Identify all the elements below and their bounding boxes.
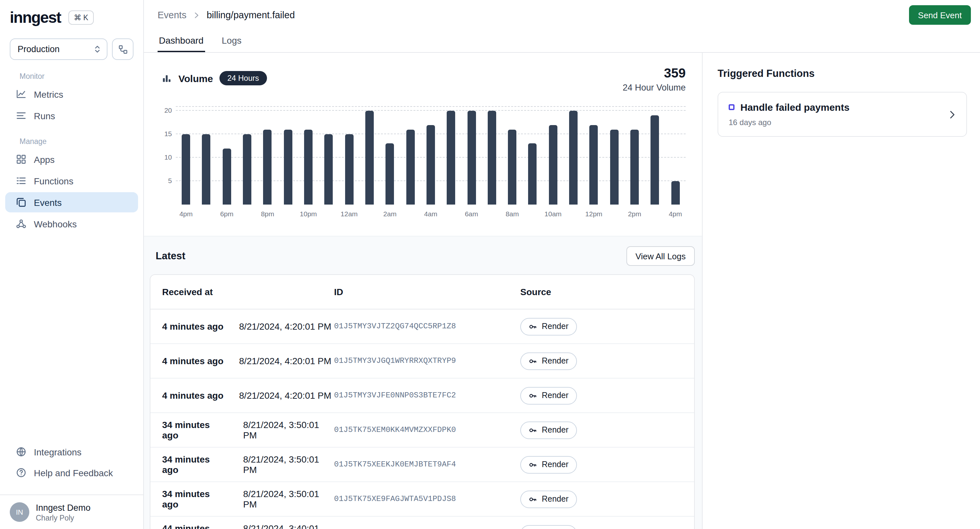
volume-bar: [549, 125, 557, 205]
sidebar-item-webhooks[interactable]: Webhooks: [5, 214, 138, 234]
environment-settings-button[interactable]: [112, 38, 134, 60]
events-table: Received at ID Source 4 minutes ago 8/21…: [150, 274, 695, 529]
bar-slot: [237, 107, 258, 205]
triggered-function-card[interactable]: Handle failed payments 16 days ago: [718, 92, 967, 137]
events-table-header: Received at ID Source: [150, 275, 694, 309]
sidebar: inngest ⌘ K Production Monitor: [0, 0, 144, 529]
volume-bar: [610, 130, 618, 205]
events-table-body: 4 minutes ago 8/21/2024, 4:20:01 PM 01J5…: [150, 309, 694, 529]
table-row[interactable]: 34 minutes ago 8/21/2024, 3:50:01 PM 01J…: [150, 413, 694, 448]
tab-dashboard[interactable]: Dashboard: [158, 30, 205, 52]
bar-slot: [604, 107, 624, 205]
source-badge[interactable]: Render: [520, 387, 577, 404]
volume-bar: [325, 134, 333, 205]
source-cell: Render: [520, 352, 694, 370]
source-label: Render: [542, 391, 568, 400]
events-icon: [16, 197, 27, 208]
table-row[interactable]: 4 minutes ago 8/21/2024, 4:20:01 PM 01J5…: [150, 379, 694, 413]
tabs: Dashboard Logs: [144, 30, 980, 53]
x-axis-label: [523, 210, 543, 218]
received-timestamp: 8/21/2024, 4:20:01 PM: [239, 390, 331, 401]
source-badge[interactable]: Render: [520, 352, 577, 370]
x-axis-label: 2am: [380, 210, 400, 218]
logo-row: inngest ⌘ K: [0, 0, 143, 33]
sidebar-item-runs[interactable]: Runs: [5, 105, 138, 126]
received-cell: 34 minutes ago 8/21/2024, 3:50:01 PM: [150, 419, 334, 440]
received-relative: 34 minutes ago: [162, 489, 228, 510]
sidebar-item-apps[interactable]: Apps: [5, 149, 138, 169]
sidebar-item-label: Apps: [34, 154, 55, 164]
x-axis-label: 10am: [543, 210, 563, 218]
view-all-logs-button[interactable]: View All Logs: [627, 246, 695, 266]
volume-bar: [426, 125, 435, 205]
bar-slot: [482, 107, 502, 205]
command-k-shortcut[interactable]: ⌘ K: [69, 10, 94, 25]
triggered-function-name-row: Handle failed payments: [729, 102, 947, 113]
bar-slot: [584, 107, 604, 205]
table-row[interactable]: 34 minutes ago 8/21/2024, 3:50:01 PM 01J…: [150, 482, 694, 516]
sidebar-item-label: Webhooks: [34, 218, 77, 229]
breadcrumb-events-link[interactable]: Events: [158, 10, 186, 20]
y-axis: 5101520: [161, 107, 176, 205]
x-axis-label: 8am: [502, 210, 523, 218]
sidebar-item-events[interactable]: Events: [5, 192, 138, 212]
bar-slot: [380, 107, 400, 205]
y-axis-label: 20: [164, 106, 172, 114]
user-info: Inngest Demo Charly Poly: [36, 503, 91, 521]
source-label: Render: [542, 494, 568, 504]
key-icon: [529, 460, 537, 469]
source-badge[interactable]: Render: [520, 490, 577, 508]
x-axis-label: [604, 210, 624, 218]
sidebar-footer: Integrations Help and Feedback: [0, 441, 143, 489]
received-timestamp: 8/21/2024, 3:50:01 PM: [243, 419, 334, 440]
volume-bar: [508, 130, 516, 205]
x-axis: 4pm6pm8pm10pm12am2am4am6am8am10am12pm2pm…: [176, 210, 686, 218]
content: Events billing/payment.failed Send Event…: [144, 0, 980, 529]
received-timestamp: 8/21/2024, 3:50:01 PM: [243, 489, 334, 510]
received-timestamp: 8/21/2024, 3:50:01 PM: [243, 454, 334, 475]
table-row[interactable]: 44 minutes ago 8/21/2024, 3:40:01 PM 01J…: [150, 516, 694, 529]
triggered-function-name: Handle failed payments: [740, 102, 850, 113]
received-relative: 4 minutes ago: [162, 356, 223, 366]
sidebar-item-metrics[interactable]: Metrics: [5, 84, 138, 104]
user-menu[interactable]: IN Inngest Demo Charly Poly: [0, 494, 143, 529]
volume-chart: 5101520 4pm6pm8pm10pm12am2am4am6am8am10a…: [161, 107, 686, 218]
source-label: Render: [542, 322, 568, 331]
tab-logs[interactable]: Logs: [220, 30, 243, 52]
sidebar-item-help[interactable]: Help and Feedback: [5, 462, 138, 483]
volume-header: Volume 24 Hours 359 24 Hour Volume: [161, 66, 686, 92]
command-key-label: K: [83, 14, 88, 21]
source-badge[interactable]: Render: [520, 525, 577, 529]
functions-list-icon: [16, 175, 27, 186]
bar-slot: [176, 107, 196, 205]
source-badge[interactable]: Render: [520, 456, 577, 473]
bar-slot: [441, 107, 461, 205]
volume-bar: [569, 111, 578, 205]
x-axis-label: 6pm: [216, 210, 237, 218]
source-badge[interactable]: Render: [520, 318, 577, 335]
sidebar-item-integrations[interactable]: Integrations: [5, 442, 138, 462]
environment-selector[interactable]: Production: [10, 38, 107, 60]
received-timestamp: 8/21/2024, 4:20:01 PM: [239, 321, 331, 331]
received-cell: 34 minutes ago 8/21/2024, 3:50:01 PM: [150, 454, 334, 475]
volume-total: 359: [622, 66, 686, 81]
chevron-right-icon: [947, 109, 957, 120]
volume-total-group: 359 24 Hour Volume: [622, 66, 686, 92]
table-row[interactable]: 4 minutes ago 8/21/2024, 4:20:01 PM 01J5…: [150, 344, 694, 379]
x-axis-label: 8pm: [258, 210, 278, 218]
breadcrumb-current: billing/payment.failed: [207, 10, 295, 20]
x-axis-label: 12pm: [584, 210, 604, 218]
source-label: Render: [542, 425, 568, 435]
x-axis-label: [482, 210, 502, 218]
send-event-button[interactable]: Send Event: [909, 5, 971, 25]
received-relative: 34 minutes ago: [162, 419, 228, 440]
event-id: 01J5TMY3VJFE0NNP0S3BTE7FC2: [334, 391, 520, 400]
key-icon: [529, 357, 537, 365]
source-badge[interactable]: Render: [520, 421, 577, 439]
help-question-icon: [16, 467, 27, 478]
table-row[interactable]: 4 minutes ago 8/21/2024, 4:20:01 PM 01J5…: [150, 309, 694, 344]
table-row[interactable]: 34 minutes ago 8/21/2024, 3:50:01 PM 01J…: [150, 448, 694, 482]
sidebar-item-functions[interactable]: Functions: [5, 170, 138, 191]
volume-bar: [528, 143, 537, 205]
received-timestamp: 8/21/2024, 3:40:01 PM: [243, 523, 334, 529]
